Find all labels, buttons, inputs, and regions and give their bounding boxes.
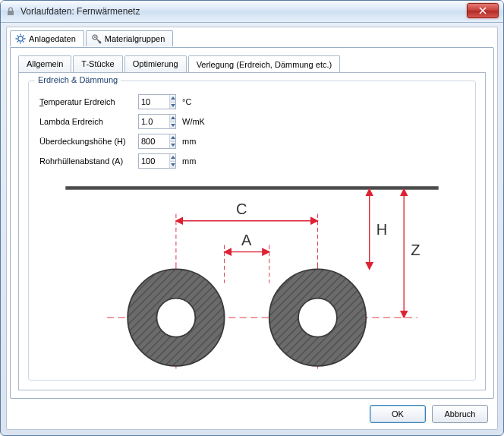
spinner-temperatur[interactable] <box>138 94 176 109</box>
unit-temperatur: °C <box>182 97 191 106</box>
client-area: Anlagedaten Materialgruppen Allgemein T-… <box>6 27 498 430</box>
svg-line-8 <box>17 41 18 42</box>
lock-icon <box>5 6 16 17</box>
window-title: Vorlaufdaten: Fernwärmenetz <box>20 6 140 17</box>
group-erdreich: Erdreich & Dämmung Temperatur Erdreich <box>28 81 476 381</box>
svg-point-28 <box>298 299 337 337</box>
inner-tabstrip: Allgemein T-Stücke Optimierung Verlegung… <box>18 55 342 72</box>
input-abstand[interactable] <box>139 156 169 166</box>
row-abstand: Rohrhüllenabstand (A) mm <box>39 151 205 171</box>
svg-line-5 <box>17 36 18 36</box>
spinner-abstand[interactable] <box>138 153 176 169</box>
pipe-diagram: H Z C <box>29 172 475 380</box>
titlebar: Vorlaufdaten: Fernwärmenetz <box>1 1 503 23</box>
spinner-arrows[interactable] <box>169 95 175 109</box>
tab-tstuecke[interactable]: T-Stücke <box>73 55 122 72</box>
row-temperatur: Temperatur Erdreich °C <box>39 92 205 112</box>
tab-verlegung[interactable]: Verlegung (Erdreich, Dämmung etc.) <box>188 55 341 72</box>
label-ueberdeckung: Überdeckungshöhe (H) <box>39 137 138 146</box>
label-C: C <box>236 201 247 217</box>
svg-rect-13 <box>65 186 438 190</box>
svg-point-0 <box>18 36 23 41</box>
input-lambda[interactable] <box>139 117 169 126</box>
tab-label: Anlagedaten <box>29 34 76 43</box>
label-Z: Z <box>411 242 420 258</box>
svg-line-7 <box>23 36 24 36</box>
row-ueberdeckung: Überdeckungshöhe (H) mm <box>39 131 205 151</box>
arrow-up-icon[interactable] <box>170 154 175 162</box>
arrow-up-icon[interactable] <box>170 95 175 103</box>
arrow-down-icon[interactable] <box>170 162 175 169</box>
row-lambda: Lambda Erdreich W/mK <box>39 112 205 131</box>
svg-point-26 <box>156 299 195 337</box>
input-temperatur[interactable] <box>139 97 169 106</box>
label-H: H <box>376 221 387 238</box>
spinner-ueberdeckung[interactable] <box>138 134 176 149</box>
outer-tabstrip: Anlagedaten Materialgruppen <box>10 30 175 46</box>
arrow-down-icon[interactable] <box>170 103 175 109</box>
group-title: Erdreich & Dämmung <box>35 75 121 84</box>
tab-optimierung[interactable]: Optimierung <box>124 55 187 72</box>
spinner-lambda[interactable] <box>138 114 176 129</box>
dialog-footer: OK Abbruch <box>370 405 488 423</box>
settings-icon <box>15 33 26 44</box>
unit-lambda: W/mK <box>182 117 205 126</box>
material-icon <box>91 33 102 44</box>
input-ueberdeckung[interactable] <box>139 137 169 146</box>
spinner-arrows[interactable] <box>169 134 175 148</box>
tab-materialgruppen[interactable]: Materialgruppen <box>86 30 174 46</box>
dialog-window: Vorlaufdaten: Fernwärmenetz Anlagedaten … <box>0 0 504 436</box>
label-lambda: Lambda Erdreich <box>39 117 138 126</box>
label-temperatur: Temperatur Erdreich <box>39 97 138 106</box>
tab-allgemein[interactable]: Allgemein <box>18 55 71 72</box>
svg-point-10 <box>94 36 96 38</box>
tab-anlagedaten[interactable]: Anlagedaten <box>10 30 84 46</box>
close-button[interactable] <box>467 3 499 18</box>
arrow-down-icon[interactable] <box>170 142 175 149</box>
ok-button[interactable]: OK <box>370 405 426 423</box>
arrow-down-icon[interactable] <box>170 122 175 129</box>
arrow-up-icon[interactable] <box>170 115 175 122</box>
unit-abstand: mm <box>182 156 196 166</box>
cancel-button[interactable]: Abbruch <box>432 405 488 423</box>
arrow-up-icon[interactable] <box>170 134 175 142</box>
label-A: A <box>241 232 252 248</box>
label-abstand: Rohrhüllenabstand (A) <box>39 156 138 166</box>
inner-panel: Erdreich & Dämmung Temperatur Erdreich <box>18 72 486 390</box>
unit-ueberdeckung: mm <box>182 137 196 146</box>
tab-label: Materialgruppen <box>105 34 165 43</box>
svg-line-6 <box>23 41 24 42</box>
spinner-arrows[interactable] <box>169 115 175 128</box>
spinner-arrows[interactable] <box>169 154 175 168</box>
fields: Temperatur Erdreich °C Lam <box>39 92 205 171</box>
outer-panel: Allgemein T-Stücke Optimierung Verlegung… <box>10 47 494 399</box>
